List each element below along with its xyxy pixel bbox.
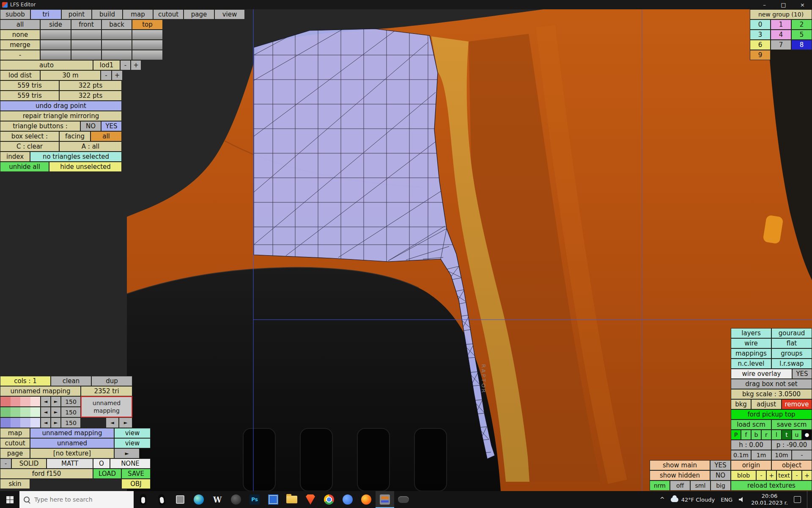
channel-red-prev[interactable]: ◄ — [41, 396, 51, 407]
search-input[interactable] — [33, 496, 120, 503]
taskbar-photoshop-icon[interactable]: Ps — [245, 491, 264, 508]
skin-button[interactable]: skin — [0, 479, 30, 489]
view-preset-top-selected[interactable]: t — [782, 430, 792, 440]
save-button[interactable]: SAVE — [121, 469, 151, 479]
view-tab-top[interactable]: top — [132, 19, 163, 30]
view-tab-side[interactable]: side — [40, 19, 71, 30]
tab-point[interactable]: point — [61, 9, 92, 19]
subob-slot[interactable] — [102, 30, 132, 40]
taskbar-explorer-icon[interactable] — [283, 491, 301, 508]
repair-triangle-mirroring-button[interactable]: repair triangle mirroring — [0, 111, 122, 121]
clock-widget[interactable]: 20:06 20.01.2023 r. — [751, 493, 788, 507]
taskbar-firefox-icon[interactable] — [357, 491, 376, 508]
lod-plus-button[interactable]: + — [131, 60, 141, 70]
speaker-icon[interactable] — [738, 497, 745, 502]
triangle-buttons-no[interactable]: NO — [80, 121, 101, 131]
lod-dist-minus-button[interactable]: - — [101, 70, 112, 80]
language-indicator[interactable]: ENG — [721, 497, 732, 503]
tab-build[interactable]: build — [92, 9, 123, 19]
channel-blue-next[interactable]: ► — [51, 417, 61, 428]
lod1-button[interactable]: lod1 — [93, 60, 120, 70]
auto-button[interactable]: auto — [0, 60, 93, 70]
subob-slot[interactable] — [40, 30, 71, 40]
channel-swatch-red[interactable] — [0, 396, 41, 407]
gouraud-button[interactable]: gouraud — [771, 328, 812, 338]
obj-button[interactable]: OBJ — [121, 479, 151, 489]
subob-slot[interactable] — [40, 40, 71, 50]
channel-green-prev[interactable]: ◄ — [41, 407, 51, 417]
tab-subob[interactable]: subob — [0, 9, 30, 19]
load-button[interactable]: LOAD — [93, 469, 121, 479]
view-preset-under[interactable]: u — [792, 430, 802, 440]
mapping-next-button[interactable]: ► — [119, 417, 132, 428]
channel-red-value[interactable]: 150 — [61, 396, 81, 407]
flat-button[interactable]: flat — [771, 338, 812, 348]
text-minus-button[interactable]: - — [792, 470, 802, 480]
wire-button[interactable]: wire — [731, 338, 771, 348]
merge-button[interactable]: merge — [0, 40, 40, 50]
blob-button[interactable]: blob — [731, 470, 756, 480]
triangle-buttons-yes[interactable]: YES — [101, 121, 122, 131]
channel-blue-value[interactable]: 150 — [61, 417, 81, 428]
hide-unselected-button[interactable]: hide unselected — [49, 162, 122, 172]
view-tab-back[interactable]: back — [102, 19, 132, 30]
channel-green-value[interactable]: 150 — [61, 407, 81, 417]
clean-button[interactable]: clean — [51, 376, 91, 386]
material-minus-button[interactable]: - — [0, 458, 11, 469]
map-value[interactable]: unnamed mapping — [30, 428, 114, 438]
group-button-1[interactable]: 1 — [771, 19, 791, 30]
subob-slot[interactable] — [71, 40, 102, 50]
layers-button[interactable]: layers — [731, 328, 771, 338]
blob-minus-button[interactable]: - — [756, 470, 766, 480]
page-next-button[interactable]: ► — [114, 448, 140, 458]
nrm-button[interactable]: nrm — [650, 480, 670, 491]
channel-blue-prev[interactable]: ◄ — [41, 417, 51, 428]
subob-slot[interactable] — [102, 40, 132, 50]
undo-drag-point-button[interactable]: undo drag point — [0, 101, 122, 111]
channel-swatch-green[interactable] — [0, 407, 41, 417]
taskbar-search[interactable] — [19, 491, 134, 508]
view-preset-left[interactable]: l — [771, 430, 782, 440]
view-preset-right[interactable]: r — [761, 430, 771, 440]
view-tab-front[interactable]: front — [71, 19, 102, 30]
taskbar-steam-icon[interactable] — [227, 491, 245, 508]
subob-slot[interactable] — [132, 30, 163, 40]
load-scm-button[interactable]: load scm — [731, 420, 771, 430]
tab-view[interactable]: view — [214, 9, 245, 19]
mappings-button[interactable]: mappings — [731, 348, 771, 359]
bkg-button[interactable]: bkg — [731, 399, 751, 409]
map-view-button[interactable]: view — [114, 428, 151, 438]
taskbar-penguin-icon[interactable] — [134, 491, 152, 508]
grid-step-01m[interactable]: 0.1m — [731, 450, 751, 460]
lod-minus-button[interactable]: - — [120, 60, 131, 70]
taskbar-gamepad-icon[interactable] — [394, 491, 413, 508]
mapping-prev-button[interactable]: ◄ — [106, 417, 119, 428]
material-solid-button[interactable]: SOLID — [11, 458, 47, 469]
taskbar-tiles-icon[interactable] — [171, 491, 189, 508]
group-button-2[interactable]: 2 — [791, 19, 812, 30]
weather-widget[interactable]: 42°F Cloudy — [671, 497, 715, 503]
taskbar-brave-icon[interactable] — [301, 491, 320, 508]
reload-textures-button[interactable]: reload textures — [731, 480, 812, 491]
box-select-facing[interactable]: facing — [59, 131, 91, 141]
channel-green-next[interactable]: ► — [51, 407, 61, 417]
page-value[interactable]: [no texture] — [30, 448, 114, 458]
group-button-0[interactable]: 0 — [750, 19, 771, 30]
tab-cutout[interactable]: cutout — [153, 9, 184, 19]
mapping-selection-box[interactable]: unnamed mapping — [81, 396, 132, 417]
group-button-9[interactable]: 9 — [750, 50, 771, 60]
cutout-view-button[interactable]: view — [114, 438, 151, 448]
view-preset-back[interactable]: b — [751, 430, 761, 440]
lr-swap-button[interactable]: l.r.swap — [771, 359, 812, 369]
box-select-all[interactable]: all — [91, 131, 122, 141]
material-matt-button[interactable]: MATT — [47, 458, 93, 469]
subob-slot[interactable] — [102, 50, 132, 60]
taskbar-app-blue-icon[interactable] — [338, 491, 357, 508]
tray-expand-icon[interactable]: ^ — [660, 496, 665, 503]
subob-slot[interactable] — [132, 50, 163, 60]
taskbar-wikipedia-icon[interactable]: W — [208, 491, 227, 508]
group-button-6[interactable]: 6 — [750, 40, 771, 50]
show-hidden-toggle[interactable]: NO — [710, 470, 731, 480]
off-button[interactable]: off — [670, 480, 690, 491]
nc-level-button[interactable]: n.c.level — [731, 359, 771, 369]
